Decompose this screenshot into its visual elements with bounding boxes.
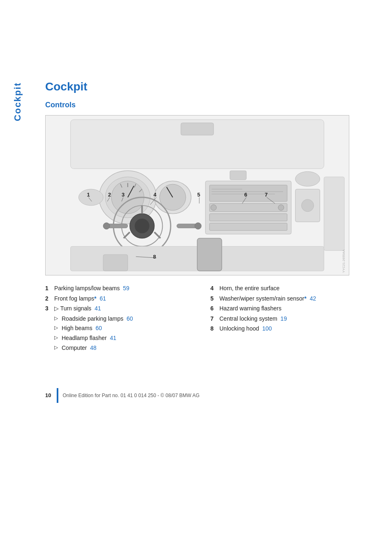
section-title: Controls [45, 101, 376, 109]
cockpit-diagram: 1 2 3 4 5 6 7 8 YYC21-2655AA [45, 115, 349, 275]
page-ref[interactable]: 42 [310, 295, 316, 302]
svg-rect-38 [324, 177, 344, 250]
cockpit-illustration: 1 2 3 4 5 6 7 8 [46, 116, 349, 275]
sub-arrow: ▷ [54, 324, 62, 331]
item-text: Central locking system 19 [219, 315, 287, 323]
item-text: Hazard warning flashers [219, 305, 281, 313]
item-text: Front fog lamps* 61 [54, 295, 106, 303]
sub-list-item: ▷ Roadside parking lamps 60 [54, 315, 210, 323]
svg-point-42 [78, 189, 103, 206]
item-number: 2 [45, 295, 54, 303]
svg-point-34 [278, 205, 284, 210]
page-ref[interactable]: 19 [281, 315, 287, 322]
sub-item-text: Headlamp flasher 41 [62, 334, 116, 342]
list-item: 2 Front fog lamps* 61 [45, 295, 210, 303]
controls-list: 1 Parking lamps/low beams 59 2 Front fog… [45, 284, 376, 354]
list-item: 7 Central locking system 19 [210, 315, 376, 323]
svg-rect-41 [103, 254, 128, 271]
sidebar-chapter-label: Cockpit [12, 82, 23, 121]
list-item: 6 Hazard warning flashers [210, 305, 376, 313]
page-ref[interactable]: 61 [100, 295, 106, 302]
item-number: 6 [210, 305, 219, 313]
page-ref[interactable]: 60 [95, 325, 102, 331]
item-number: 8 [210, 325, 219, 333]
page-number: 10 [45, 392, 51, 399]
svg-rect-32 [210, 223, 287, 231]
diagram-watermark: YYC21-2655AA [342, 250, 346, 273]
svg-text:2: 2 [108, 192, 111, 198]
svg-rect-2 [181, 123, 214, 135]
page-footer: 10 Online Edition for Part no. 01 41 0 0… [45, 386, 376, 403]
page-title: Cockpit [45, 80, 376, 93]
svg-text:8: 8 [153, 254, 156, 260]
svg-text:3: 3 [122, 192, 125, 198]
sub-arrow: ▷ [54, 315, 62, 322]
asterisk: * [94, 295, 96, 302]
svg-rect-30 [210, 204, 287, 212]
svg-point-22 [103, 223, 110, 229]
sub-item-text: Roadside parking lamps 60 [62, 315, 133, 323]
footer-divider [57, 388, 58, 403]
svg-rect-40 [197, 238, 222, 271]
controls-left-column: 1 Parking lamps/low beams 59 2 Front fog… [45, 284, 210, 354]
item-text: Unlocking hood 100 [219, 325, 272, 333]
svg-point-17 [135, 219, 150, 234]
list-item: 4 Horn, the entire surface [210, 284, 376, 293]
sub-item-text: Computer 48 [62, 344, 97, 352]
svg-rect-21 [107, 224, 128, 228]
svg-rect-35 [230, 171, 247, 180]
footer-copyright: Online Edition for Part no. 01 41 0 014 … [62, 393, 199, 398]
item-text: ▷ Turn signals 41 [54, 305, 101, 313]
list-item: 5 Washer/wiper system/rain sensor* 42 [210, 295, 376, 303]
item-text: Parking lamps/low beams 59 [54, 284, 129, 293]
svg-text:7: 7 [265, 192, 267, 198]
page-ref[interactable]: 59 [123, 285, 129, 291]
sub-list-item: ▷ Computer 48 [54, 344, 210, 352]
item-text: Horn, the entire surface [219, 284, 279, 293]
list-item: 1 Parking lamps/low beams 59 [45, 284, 210, 293]
svg-rect-31 [210, 214, 287, 221]
sub-list-item: ▷ Headlamp flasher 41 [54, 334, 210, 342]
svg-rect-26 [210, 185, 287, 201]
item-text: Washer/wiper system/rain sensor* 42 [219, 295, 316, 303]
svg-point-37 [302, 199, 314, 212]
asterisk: * [304, 295, 306, 302]
page-ref[interactable]: 100 [262, 325, 272, 332]
item-number: 5 [210, 295, 219, 303]
sub-list-item: ▷ High beams 60 [54, 324, 210, 333]
svg-point-24 [195, 223, 201, 229]
item-number: 7 [210, 315, 219, 323]
svg-text:5: 5 [197, 192, 200, 198]
list-item: 3 ▷ Turn signals 41 [45, 305, 210, 313]
controls-right-column: 4 Horn, the entire surface 5 Washer/wipe… [210, 284, 376, 354]
svg-rect-23 [177, 224, 197, 228]
page-ref[interactable]: 41 [95, 305, 101, 312]
sub-item-text: High beams 60 [62, 324, 102, 333]
page-ref[interactable]: 60 [127, 315, 133, 322]
sub-arrow: ▷ [54, 344, 62, 351]
item-number: 4 [210, 284, 219, 293]
page-ref[interactable]: 41 [110, 335, 117, 341]
list-item: 8 Unlocking hood 100 [210, 325, 376, 333]
page-ref[interactable]: 48 [90, 345, 97, 351]
sub-arrow: ▷ [54, 334, 62, 341]
svg-text:1: 1 [87, 192, 90, 198]
item-number: 1 [45, 284, 54, 293]
main-content: Cockpit Controls [45, 0, 376, 354]
svg-point-33 [211, 205, 217, 210]
item-number: 3 [45, 305, 54, 313]
svg-text:4: 4 [154, 192, 157, 198]
svg-point-43 [295, 171, 320, 186]
svg-text:6: 6 [244, 192, 247, 198]
